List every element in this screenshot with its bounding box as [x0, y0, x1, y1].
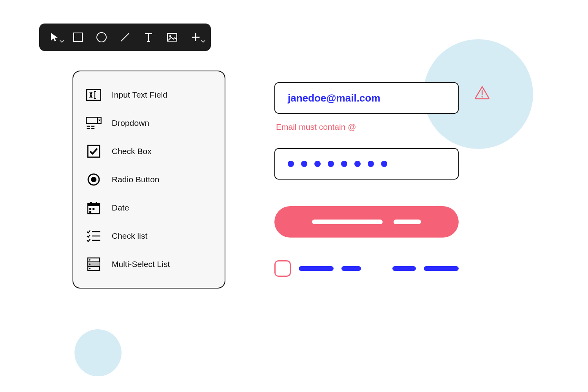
circle-icon — [96, 32, 107, 43]
terms-checkbox[interactable] — [274, 260, 291, 277]
submit-button[interactable] — [274, 206, 459, 238]
mask-dot — [314, 161, 321, 167]
svg-point-17 — [91, 177, 96, 182]
svg-rect-19 — [88, 203, 100, 206]
panel-item-radio[interactable]: Radio Button — [81, 165, 217, 194]
mask-dot — [368, 161, 374, 167]
svg-point-32 — [89, 259, 91, 261]
mask-dot — [381, 161, 387, 167]
image-tool[interactable] — [165, 31, 179, 44]
password-input[interactable] — [274, 148, 459, 180]
date-icon — [86, 200, 102, 216]
svg-rect-20 — [90, 202, 92, 204]
line-icon — [120, 32, 131, 43]
svg-point-33 — [89, 263, 91, 265]
panel-item-checklist[interactable]: Check list — [81, 222, 217, 250]
svg-rect-22 — [89, 208, 91, 210]
email-input[interactable]: janedoe@mail.com — [274, 82, 459, 114]
alert-triangle-icon — [474, 85, 490, 101]
svg-rect-9 — [86, 117, 101, 123]
panel-item-dropdown[interactable]: Dropdown — [81, 109, 217, 137]
checkbox-row — [274, 260, 459, 277]
svg-rect-21 — [96, 202, 97, 204]
image-icon — [167, 33, 178, 42]
rectangle-tool[interactable] — [71, 31, 85, 44]
panel-item-label: Dropdown — [112, 118, 149, 128]
plus-icon — [191, 33, 200, 42]
chevron-down-icon — [201, 40, 205, 43]
pointer-icon — [50, 32, 59, 42]
panel-item-label: Input Text Field — [112, 90, 167, 100]
mask-dot — [341, 161, 347, 167]
rectangle-icon — [73, 32, 83, 42]
decorative-circle-bottom — [74, 329, 122, 376]
circle-tool[interactable] — [95, 31, 108, 44]
svg-point-4 — [169, 35, 171, 37]
svg-point-36 — [481, 96, 483, 98]
panel-item-label: Check Box — [112, 147, 152, 156]
panel-item-label: Date — [112, 203, 129, 212]
svg-rect-24 — [89, 211, 91, 213]
pointer-tool[interactable] — [48, 31, 61, 44]
text-tool[interactable] — [142, 31, 155, 44]
panel-item-input-text[interactable]: Input Text Field — [81, 81, 217, 109]
form-controls-panel: Input Text Field Dropdown Check Box — [73, 71, 225, 289]
chevron-down-icon — [60, 40, 64, 43]
mask-dot — [301, 161, 307, 167]
multiselect-icon — [86, 256, 102, 272]
panel-item-label: Multi-Select List — [112, 260, 170, 269]
radio-icon — [86, 172, 102, 187]
line-tool[interactable] — [118, 31, 132, 44]
email-value: janedoe@mail.com — [288, 92, 380, 104]
checklist-icon — [86, 228, 102, 244]
svg-rect-0 — [74, 33, 82, 42]
drawing-toolbar — [39, 24, 211, 51]
panel-item-multiselect[interactable]: Multi-Select List — [81, 250, 217, 278]
svg-line-2 — [121, 33, 129, 41]
button-text-placeholder — [312, 220, 383, 224]
mask-dot — [354, 161, 361, 167]
text-placeholder — [299, 266, 334, 271]
button-text-placeholder — [394, 220, 421, 224]
svg-point-34 — [89, 268, 91, 269]
panel-item-label: Radio Button — [112, 175, 159, 184]
add-tool[interactable] — [189, 31, 202, 44]
email-error-message: Email must contain @ — [276, 122, 459, 132]
checkbox-icon — [86, 143, 102, 159]
svg-point-1 — [97, 33, 106, 42]
text-placeholder — [392, 266, 416, 271]
mask-dot — [288, 161, 294, 167]
text-icon — [144, 32, 153, 42]
sample-form: janedoe@mail.com Email must contain @ — [274, 82, 459, 277]
password-mask — [288, 161, 387, 167]
panel-item-date[interactable]: Date — [81, 194, 217, 222]
dropdown-icon — [86, 115, 102, 131]
text-placeholder — [341, 266, 361, 271]
svg-rect-23 — [93, 208, 94, 210]
mask-dot — [328, 161, 334, 167]
panel-item-label: Check list — [112, 231, 147, 241]
panel-item-checkbox[interactable]: Check Box — [81, 137, 217, 165]
input-text-icon — [86, 87, 102, 103]
text-placeholder — [424, 266, 459, 271]
